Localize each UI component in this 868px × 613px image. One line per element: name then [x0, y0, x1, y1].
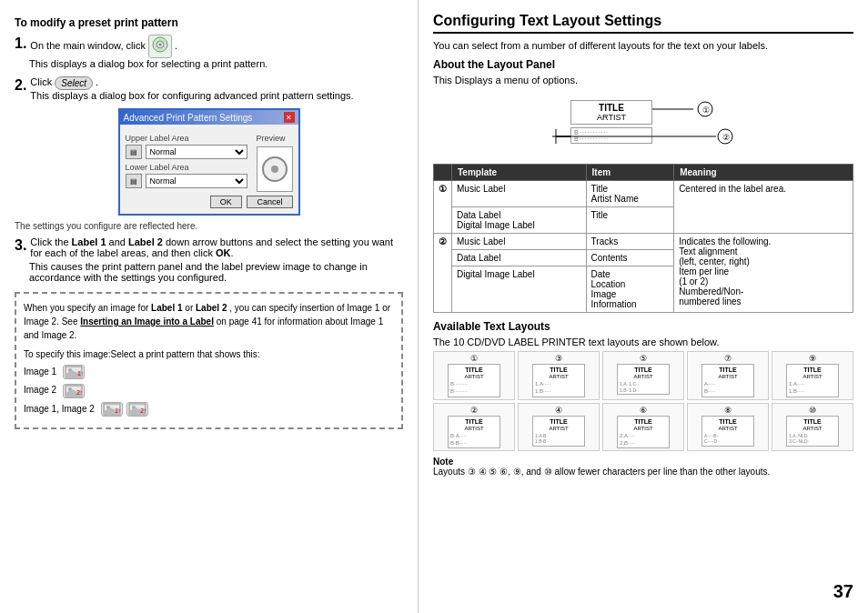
- step-3-text1: Click the: [30, 236, 68, 247]
- list-item: ① TITLE ARTIST B········· B·········: [433, 351, 515, 399]
- lower-label-row: ▤ Normal: [126, 174, 247, 188]
- layout-num: ⑦: [690, 354, 766, 363]
- th-meaning: Meaning: [674, 165, 853, 181]
- note-image12-row: Image 1, Image 2 1↑ 2↑: [24, 402, 394, 417]
- note-image2-row: Image 2 2↑: [24, 383, 394, 397]
- upper-icon: ▤: [126, 145, 142, 159]
- layout-preview: TITLE ARTIST 1.A····· 1.B·····: [786, 364, 839, 397]
- layout-preview: TITLE ARTIST 1.A·B·· 1.B·B··: [532, 416, 585, 447]
- right-intro: You can select from a number of differen…: [433, 39, 853, 53]
- step-1-text3: This displays a dialog box for selecting…: [29, 58, 403, 69]
- layout-preview: TITLE ARTIST 1.A··NLD· 3.C··NLD·: [786, 416, 839, 447]
- lower-icon: ▤: [126, 174, 142, 188]
- layout-num: ③: [520, 354, 597, 363]
- list-item: ⑨ TITLE ARTIST 1.A····· 1.B·····: [772, 351, 853, 399]
- th-empty: [434, 165, 452, 181]
- main-window-button[interactable]: [148, 35, 172, 58]
- item-tracks: Tracks: [586, 234, 674, 250]
- layout-preview: TITLE ARTIST 2.A····· 2.B·····: [617, 416, 670, 448]
- step-3-text4: .: [230, 247, 233, 258]
- ok-button[interactable]: OK: [210, 196, 242, 208]
- item-date-location: DateLocationImageInformation: [586, 266, 674, 313]
- layout-diagram: TITLE ARTIST B··········· B··········· ①…: [433, 93, 853, 156]
- svg-text:①: ①: [702, 106, 710, 115]
- lower-label-section: Lower Label Area: [126, 163, 247, 172]
- layout-num: ①: [436, 354, 512, 363]
- svg-text:1↑: 1↑: [77, 370, 83, 377]
- step-3-label2: Label 2: [128, 236, 163, 247]
- list-item: ⑩ TITLE ARTIST 1.A··NLD· 3.C··NLD·: [772, 403, 853, 451]
- note-para2: To specify this image:Select a print pat…: [24, 347, 394, 361]
- step-3-text5: This causes the print pattern panel and …: [29, 261, 403, 283]
- right-column: Configuring Text Layout Settings You can…: [419, 0, 868, 613]
- step-3-content: Click the Label 1 and Label 2 down arrow…: [29, 236, 403, 283]
- image2-icon: 2↑: [63, 384, 85, 398]
- meaning-indicates: Indicates the following.Text alignment(l…: [674, 234, 853, 313]
- cancel-button[interactable]: Cancel: [247, 196, 292, 208]
- step-2-text3: This displays a dialog box for configuri…: [29, 90, 403, 101]
- image2-label: Image 2: [24, 385, 56, 395]
- dialog-body: Preview Upper Label Area ▤ Normal: [120, 125, 298, 214]
- layout-preview: TITLE ARTIST 1.A····· 1.B·····: [532, 364, 585, 397]
- note-label2: Label 2: [196, 303, 227, 313]
- upper-label-select[interactable]: Normal: [146, 145, 247, 159]
- preview-box: [257, 146, 293, 192]
- lower-label-select[interactable]: Normal: [146, 174, 247, 188]
- layout-table: Template Item Meaning ① Music Label Titl…: [433, 164, 853, 313]
- list-item: ⑥ TITLE ARTIST 2.A····· 2.B·····: [602, 403, 684, 451]
- page-number: 37: [833, 581, 853, 602]
- panel-intro: This Displays a menu of options.: [433, 75, 853, 85]
- svg-text:2↑: 2↑: [76, 389, 83, 396]
- dialog-close-button[interactable]: ✕: [284, 112, 295, 123]
- step-1-text2: .: [175, 40, 177, 51]
- dialog-title: Advanced Print Pattern Settings: [124, 113, 253, 123]
- select-button[interactable]: Select: [55, 76, 93, 90]
- image12-icon1: 1↑: [101, 402, 123, 417]
- layout-preview: TITLE ARTIST B·A····· B·B·····: [448, 416, 500, 448]
- panel-heading: About the Layout Panel: [433, 58, 853, 71]
- list-item: ⑤ TITLE ARTIST 1.A··1.C·· 1.B··1.D··: [602, 351, 684, 399]
- layout-preview: TITLE ARTIST 1.A··1.C·· 1.B··1.D··: [617, 364, 670, 395]
- svg-text:1↑: 1↑: [115, 407, 121, 414]
- diagram-annotations: ① ②: [543, 93, 743, 156]
- upper-label-section: Upper Label Area: [126, 134, 247, 143]
- note-image1-row: Image 1 1↑: [24, 365, 394, 379]
- note-box: When you specify an image for Label 1 or…: [15, 292, 403, 429]
- template-digital2: Digital Image Label: [452, 266, 587, 313]
- dialog-title-bar: Advanced Print Pattern Settings ✕: [120, 110, 298, 125]
- step-3-ok: OK: [216, 247, 231, 258]
- left-heading: To modify a preset print pattern: [15, 16, 403, 29]
- template-data-digital: Data LabelDigital Image Label: [452, 207, 587, 234]
- layout-num: ⑩: [774, 406, 851, 415]
- dialog-caption: The settings you configure are reflected…: [15, 221, 403, 231]
- layouts-heading: Available Text Layouts: [433, 320, 853, 333]
- list-item: ⑦ TITLE ARTIST A····· B·····: [687, 351, 769, 399]
- image12-label: Image 1, Image 2: [24, 404, 95, 414]
- dialog-box: Advanced Print Pattern Settings ✕ Previe…: [118, 108, 300, 216]
- note-link: Inserting an Image into a Label: [80, 317, 214, 327]
- image1-icon: 1↑: [63, 365, 85, 379]
- layout-num: ⑧: [690, 406, 766, 415]
- step-1-number: 1.: [15, 35, 26, 52]
- template-music: Music Label: [452, 181, 587, 207]
- layout-num: ⑤: [605, 354, 681, 363]
- svg-point-2: [158, 44, 161, 46]
- template-music2: Music Label: [452, 234, 587, 250]
- note-p1-t1: When you specify an image for: [24, 303, 148, 313]
- th-item: Item: [586, 165, 674, 181]
- step-3: 3. Click the Label 1 and Label 2 down ar…: [15, 236, 403, 283]
- layout-preview: TITLE ARTIST A····· B·····: [701, 364, 754, 397]
- layout-num: ⑥: [605, 406, 681, 415]
- row-group-1: ①: [434, 181, 452, 234]
- list-item: ② TITLE ARTIST B·A····· B·B·····: [433, 403, 515, 451]
- step-2-text1: Click: [30, 76, 52, 87]
- layout-num: ④: [520, 406, 597, 415]
- step-1: 1. On the main window, click . This disp…: [15, 35, 403, 69]
- upper-label-row: ▤ Normal: [126, 145, 247, 159]
- step-2-number: 2.: [15, 76, 26, 94]
- note-p2: To specify this image:Select a print pat…: [24, 349, 260, 359]
- row-group-2: ②: [434, 234, 452, 313]
- layout-num: ⑨: [774, 354, 851, 363]
- layout-preview: TITLE ARTIST B········· B·········: [448, 364, 500, 397]
- dialog-buttons: OK Cancel: [126, 196, 293, 208]
